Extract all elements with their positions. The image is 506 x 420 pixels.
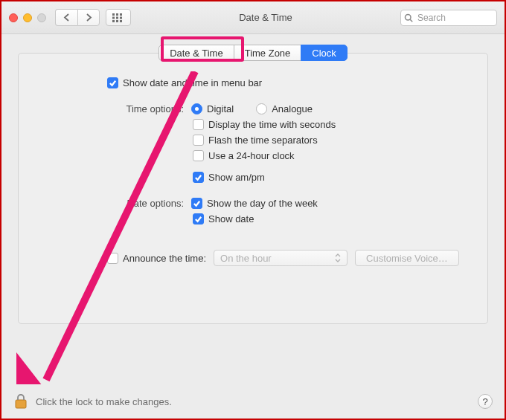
tab-label: Time Zone [245,48,291,59]
svg-rect-12 [16,400,26,408]
label: Digital [207,103,234,114]
row-show-ampm: Show am/pm [193,172,470,183]
svg-rect-2 [120,13,122,16]
checkbox-show-in-menu-bar[interactable] [107,77,118,88]
window-footer: Click the lock to make changes. ? [1,384,505,419]
radio-analogue[interactable] [256,103,267,114]
svg-rect-4 [116,16,118,19]
zoom-window-button[interactable] [37,13,46,22]
radio-digital[interactable] [191,103,202,114]
checkbox-display-seconds[interactable] [193,119,204,130]
svg-rect-6 [112,20,115,22]
row-flash-separators: Flash the time separators [193,135,470,146]
button-label: Customise Voice… [366,253,448,264]
svg-rect-7 [116,20,118,22]
traffic-lights [9,13,46,22]
svg-line-10 [410,19,412,22]
customise-voice-button[interactable]: Customise Voice… [355,250,459,266]
date-options-label: Date options: [107,198,191,209]
svg-rect-3 [112,16,115,19]
label: Use a 24-hour clock [208,150,295,161]
checkbox-show-day-of-week[interactable] [191,198,202,209]
window-toolbar: Date & Time [1,1,505,34]
checkbox-show-date[interactable] [193,213,204,224]
check-icon [193,199,201,207]
grid-icon [112,13,124,22]
time-options-label: Time options: [107,103,191,114]
back-button[interactable] [55,9,77,26]
row-announce-time: Announce the time: On the hour Customise… [107,250,470,266]
check-icon [194,215,202,223]
row-show-date: Show date [193,213,470,224]
tab-label: Clock [312,48,336,59]
check-icon [194,173,202,181]
select-value: On the hour [220,253,272,264]
label: Show date [208,213,254,224]
lock-icon[interactable] [13,393,28,410]
row-display-seconds: Display the time with seconds [193,119,470,130]
history-nav [55,9,100,26]
svg-rect-1 [116,13,118,16]
svg-point-9 [406,14,411,20]
chevron-left-icon [63,13,70,22]
label: Flash the time separators [208,135,318,146]
svg-rect-5 [120,16,122,19]
tab-clock[interactable]: Clock [301,45,348,61]
search-field-wrap [400,10,497,26]
row-show-in-menu-bar: Show date and time in menu bar [107,77,470,88]
checkbox-24-hour[interactable] [193,150,204,161]
forward-button[interactable] [77,9,100,26]
label: Show the day of the week [207,198,318,209]
checkbox-announce-time[interactable] [107,253,118,264]
stepper-icon [335,253,341,262]
lock-hint-text: Click the lock to make changes. [36,396,172,407]
clock-settings-panel: Show date and time in menu bar Time opti… [18,53,488,324]
svg-rect-8 [120,20,122,22]
tab-strip: Date & Time Time Zone Clock [18,45,488,61]
tab-date-and-time[interactable]: Date & Time [158,45,234,61]
panel-body: Date & Time Time Zone Clock Show date an… [1,34,505,384]
label: Display the time with seconds [208,119,336,130]
tab-time-zone[interactable]: Time Zone [234,45,302,61]
label: Show am/pm [208,172,265,183]
help-label: ? [482,396,487,407]
tab-label: Date & Time [170,48,223,59]
row-24-hour: Use a 24-hour clock [193,150,470,161]
announce-interval-select[interactable]: On the hour [214,250,348,266]
help-button[interactable]: ? [478,394,493,409]
label: Announce the time: [123,253,206,264]
checkbox-show-ampm[interactable] [193,172,204,183]
chevron-right-icon [86,13,92,22]
search-input[interactable] [400,10,497,26]
svg-rect-0 [112,13,115,16]
minimize-window-button[interactable] [23,13,32,22]
preferences-window: Date & Time Date & Time Time Zone Clock … [0,0,506,420]
row-time-options: Time options: Digital Analogue [107,103,470,114]
checkbox-flash-separators[interactable] [193,135,204,146]
search-icon [404,13,413,22]
label: Analogue [272,103,313,114]
show-all-button[interactable] [106,9,131,26]
close-window-button[interactable] [9,13,18,22]
window-title: Date & Time [137,12,394,23]
check-icon [109,79,117,87]
label: Show date and time in menu bar [123,77,262,88]
row-date-options: Date options: Show the day of the week [107,198,470,209]
